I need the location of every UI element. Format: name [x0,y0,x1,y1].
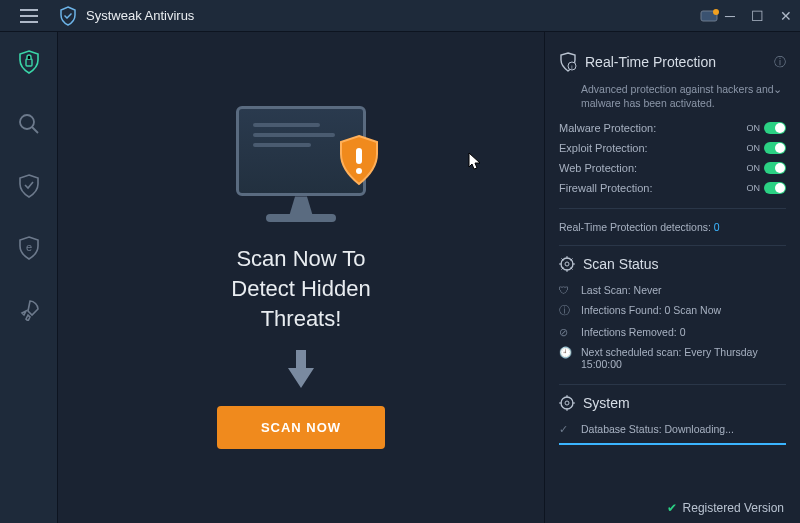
svg-point-11 [561,397,573,409]
system-title: System [583,395,630,411]
rtp-header: i Real-Time Protection ⓘ [559,52,786,72]
search-icon [18,113,40,135]
minimize-button[interactable]: ─ [725,8,735,24]
gear-icon [559,395,575,411]
sidebar-item-protection[interactable] [9,166,49,206]
shield-small-icon: 🛡 [559,284,573,296]
infections-removed-row: ⊘ Infections Removed: 0 [559,322,786,342]
rtp-detections: Real-Time Protection detections: 0 [559,219,786,235]
sidebar-item-home[interactable] [9,42,49,82]
shield-check-icon [18,174,40,198]
check-icon: ✔ [667,501,677,515]
clock-icon: 🕘 [559,346,573,359]
title-bar: Systweak Antivirus ─ ☐ ✕ [0,0,800,32]
monitor-illustration [226,106,376,226]
headline-text: Scan Now To Detect Hidden Threats! [231,244,370,333]
notification-badge-icon[interactable] [699,9,717,23]
chevron-down-icon: ⌄ [773,82,782,96]
svg-point-1 [713,9,719,15]
toggle-row-web: Web Protection: ON [559,158,786,178]
toggle-firewall[interactable] [764,182,786,194]
maximize-button[interactable]: ☐ [751,8,764,24]
toggle-web[interactable] [764,162,786,174]
hamburger-icon [20,9,38,23]
check-circle-icon: ✓ [559,423,573,435]
app-logo-icon [58,6,78,26]
svg-rect-2 [26,59,32,66]
app-title: Systweak Antivirus [86,8,699,23]
scan-now-link[interactable]: Scan Now [673,304,721,316]
system-header: System [559,395,786,411]
download-progress [559,443,786,445]
sidebar-item-privacy[interactable]: e [9,228,49,268]
sidebar: e [0,32,58,523]
toggle-row-malware: Malware Protection: ON [559,118,786,138]
main-panel: Scan Now To Detect Hidden Threats! SCAN … [58,32,544,523]
svg-rect-5 [356,148,362,164]
check-icon: ⊘ [559,326,573,338]
svg-text:e: e [25,241,31,253]
info-icon: ⓘ [559,304,573,318]
help-icon[interactable]: ⓘ [774,54,786,71]
last-scan-row: 🛡 Last Scan: Never [559,280,786,300]
infections-found-row: ⓘ Infections Found: 0 Scan Now [559,300,786,322]
gear-icon [559,256,575,272]
svg-text:i: i [571,64,572,70]
close-button[interactable]: ✕ [780,8,792,24]
svg-point-3 [20,115,34,129]
scan-now-button[interactable]: SCAN NOW [217,406,385,449]
db-status-value: Downloading... [664,423,733,435]
toggle-row-exploit: Exploit Protection: ON [559,138,786,158]
sidebar-item-optimize[interactable] [9,290,49,330]
shield-info-icon: i [559,52,577,72]
svg-point-10 [565,262,569,266]
right-panel: i Real-Time Protection ⓘ Advanced protec… [544,32,800,523]
shield-home-icon [18,50,40,74]
shield-e-icon: e [18,236,40,260]
svg-point-12 [565,401,569,405]
sidebar-item-scan[interactable] [9,104,49,144]
scan-status-title: Scan Status [583,256,659,272]
rtp-title: Real-Time Protection [585,54,716,70]
toggle-row-firewall: Firewall Protection: ON [559,178,786,198]
alert-shield-icon [336,134,382,188]
db-status-row: ✓ Database Status: Downloading... [559,419,786,439]
rtp-advisory[interactable]: Advanced protection against hackers and … [559,80,786,118]
rocket-icon [18,299,40,321]
scan-status-header: Scan Status [559,256,786,272]
menu-button[interactable] [0,0,58,32]
svg-point-6 [356,168,362,174]
next-scan-row: 🕘 Next scheduled scan: Every Thursday 15… [559,342,786,374]
toggle-malware[interactable] [764,122,786,134]
footer-status: ✔ Registered Version [667,501,784,515]
arrow-down-icon [286,350,316,388]
toggle-exploit[interactable] [764,142,786,154]
